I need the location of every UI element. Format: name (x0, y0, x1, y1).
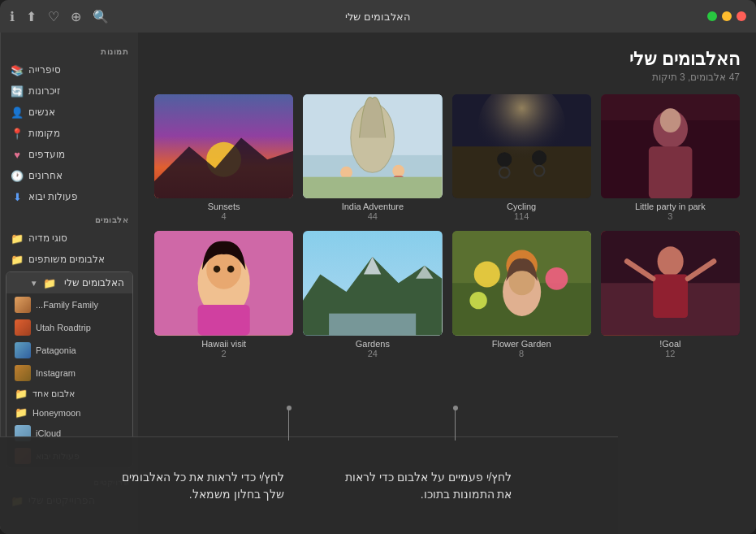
search-icon[interactable]: 🔍 (93, 9, 109, 24)
sidebar-label-recently: אחרונים (28, 170, 63, 181)
album-thumbnail[interactable] (303, 94, 442, 198)
list-item: India Adventure 44 (303, 94, 442, 221)
sub-folder-icon: 📁 (15, 388, 28, 400)
tooltip-arrow-left (288, 408, 289, 441)
album-thumbnail[interactable] (154, 231, 293, 335)
svg-rect-19 (303, 177, 442, 199)
tooltip-double-click: לחץ/י פעמיים על אלבום כדי לראות את התמונ… (334, 469, 512, 503)
chevron-down-icon: ▼ (30, 279, 38, 288)
album-thumbnail[interactable] (452, 231, 591, 335)
svg-rect-3 (649, 146, 693, 198)
svg-point-33 (469, 292, 486, 309)
svg-point-32 (545, 267, 568, 290)
album-count: 3 (667, 211, 672, 221)
sidebar-item-shared[interactable]: אלבומים משותפים 📁 (1, 249, 138, 270)
list-item: Goal! 12 (601, 231, 740, 358)
list-item: Cycling 114 (452, 94, 591, 221)
svg-point-43 (214, 266, 221, 273)
album-label: Sunsets (208, 202, 240, 211)
places-icon: 📍 (11, 127, 24, 140)
album-label: Flower Garden (492, 339, 551, 349)
album-thumbnail[interactable] (154, 94, 293, 198)
info-icon[interactable]: ℹ (10, 9, 15, 24)
sidebar-label-people: אנשים (28, 106, 55, 118)
sidebar-label-memories: זיכרונות (28, 85, 60, 97)
dropdown-item-family[interactable]: Family Family... (6, 293, 132, 316)
titlebar: 🔍 ⊕ ♡ ⬆ ℹ האלבומים שלי (0, 0, 756, 33)
dropdown-label-utah: Utah Roadtrip (36, 323, 91, 332)
sidebar-label-imports: פעולות יבוא (28, 191, 78, 202)
sidebar-label-shared: אלבומים משותפים (28, 254, 105, 265)
sidebar-label-favorites: מועדפים (28, 149, 65, 160)
svg-point-30 (473, 262, 499, 288)
album-thumbnail[interactable] (303, 231, 442, 335)
dropdown-item-one-album[interactable]: אלבום אחד 📁 (6, 384, 132, 403)
dropdown-label-family: Family Family... (36, 300, 98, 310)
tooltip-arrow-right (455, 408, 456, 441)
heart-icon[interactable]: ♡ (48, 9, 59, 24)
add-icon[interactable]: ⊕ (71, 9, 81, 24)
sidebar-item-imports[interactable]: פעולות יבוא ⬇ (1, 186, 138, 207)
traffic-lights (707, 11, 746, 21)
album-count: 8 (519, 349, 524, 358)
album-label: Hawaii visit (201, 339, 246, 349)
sidebar-label-places: מקומות (28, 128, 60, 139)
album-count: 2 (222, 349, 227, 358)
shared-folder-icon: 📁 (11, 253, 24, 266)
app-window: 🔍 ⊕ ♡ ⬆ ℹ האלבומים שלי האלבומים שלי 47 א… (0, 0, 756, 534)
dropdown-item-utah[interactable]: Utah Roadtrip (6, 316, 132, 339)
album-label: Little party in park (635, 202, 706, 211)
svg-point-44 (227, 266, 235, 273)
album-count: 4 (222, 211, 227, 221)
maximize-button[interactable] (707, 11, 717, 21)
sidebar-item-recently[interactable]: אחרונים 🕐 (1, 165, 138, 186)
minimize-button[interactable] (722, 11, 732, 21)
svg-point-4 (660, 108, 681, 132)
dropdown-item-patagonia[interactable]: Patagonia (6, 339, 132, 362)
titlebar-icons: 🔍 ⊕ ♡ ⬆ ℹ (10, 9, 109, 24)
list-item: Sunsets 4 (154, 94, 293, 221)
album-count: 12 (665, 349, 675, 358)
list-item: Gardens 24 (303, 231, 442, 358)
library-icon: 📚 (11, 63, 24, 76)
dropdown-label-one-album: אלבום אחד (32, 389, 75, 399)
svg-point-10 (532, 151, 546, 165)
svg-rect-42 (198, 305, 250, 335)
sidebar-item-memories[interactable]: זיכרונות 🔄 (1, 80, 138, 102)
album-thumbnail[interactable] (601, 231, 740, 335)
window-title: האלבומים שלי (345, 11, 411, 23)
sidebar-item-places[interactable]: מקומות 📍 (1, 123, 138, 144)
sidebar-item-media-types[interactable]: סוגי מדיה 📁 (1, 228, 138, 249)
dropdown-header[interactable]: האלבומים שלי 📁 ▼ (6, 272, 132, 293)
favorites-icon: ♥ (11, 148, 24, 161)
photo-grid: Little party in park 3 (154, 94, 740, 358)
main-header: האלבומים שלי 47 אלבומים, 3 תיקות (154, 49, 740, 83)
dropdown-label-instagram: Instagram (36, 368, 76, 378)
album-thumbnail[interactable] (601, 94, 740, 198)
sidebar-item-library[interactable]: סיפרייה 📚 (1, 59, 138, 80)
sub-folder-icon: 📁 (15, 406, 28, 419)
list-item: Flower Garden 8 (452, 231, 591, 358)
recently-icon: 🕐 (11, 169, 24, 182)
people-icon: 👤 (11, 106, 24, 119)
album-label: Gardens (356, 339, 390, 349)
sidebar-section-thumbnails: תמונות (1, 39, 138, 59)
svg-point-15 (340, 167, 352, 179)
share-icon[interactable]: ⬆ (26, 9, 37, 24)
svg-point-24 (657, 247, 683, 276)
memories-icon: 🔄 (11, 85, 24, 98)
my-albums-folder-icon: 📁 (43, 276, 56, 289)
album-label: Goal! (659, 339, 680, 349)
album-label: Cycling (507, 202, 536, 211)
folder-icon: 📁 (11, 232, 24, 245)
dropdown-item-honeymoon[interactable]: Honeymoon 📁 (6, 403, 132, 422)
dropdown-item-instagram[interactable]: Instagram (6, 362, 132, 384)
close-button[interactable] (737, 11, 746, 21)
list-item: Hawaii visit 2 (154, 231, 293, 358)
album-thumbnail[interactable] (452, 94, 591, 198)
svg-rect-37 (329, 314, 416, 336)
sidebar-item-favorites[interactable]: מועדפים ♥ (1, 144, 138, 165)
sidebar-item-people[interactable]: אנשים 👤 (1, 102, 138, 123)
dropdown-title: האלבומים שלי (64, 277, 124, 289)
album-mini-thumb (15, 342, 31, 358)
